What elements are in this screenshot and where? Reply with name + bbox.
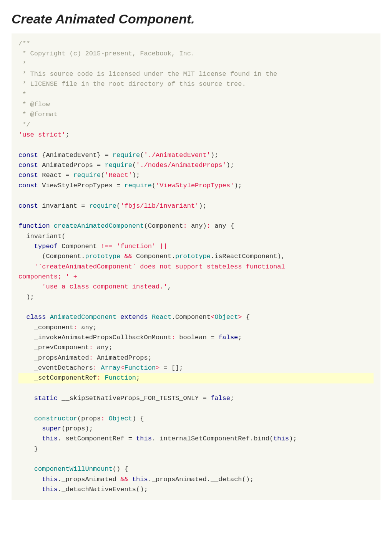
const-kw: const [18,152,38,159]
detach-native-call: ._detachNativeEvents [58,486,136,493]
this-kw: this [42,435,58,442]
static-field: __skipSetNativeProps_FOR_TESTS_ONLY [61,395,199,402]
comment-line: * This source code is licensed under the… [18,70,277,78]
require-path: './AnimatedEvent' [144,152,210,159]
type-any: any [81,324,93,331]
require-path: './nodes/AnimatedProps' [136,162,226,169]
empty-array: [] [171,364,179,372]
is-react-component: .isReactComponent), [211,253,285,260]
require-call: require [73,172,101,179]
field-invoke: _invokeAnimatedPropsCallbackOnMount [34,334,171,341]
colon: : [101,415,105,422]
comment-line: * @flow [18,101,50,108]
require-call: require [89,202,116,210]
this-kw: this [132,476,148,483]
op-and: && [124,253,132,260]
super-kw: super [42,425,61,432]
const-kw: const [18,182,38,189]
var-name: React [42,172,61,179]
false-literal: false [211,395,230,402]
return-type: any [214,222,226,230]
bind-call: .bind [250,435,269,442]
field-event-detachers: _eventDetachers [34,364,93,372]
lt: < [120,364,124,372]
props-animated-prop: ._propsAnimated [148,476,207,483]
require-path: 'React' [105,172,132,179]
props-arg: props [65,425,85,432]
error-string-2: 'use a class component instead.' [42,283,167,290]
colon: : [171,334,175,341]
comment-line: * Copyright (c) 2015-present, Facebook, … [18,50,195,57]
param-name: Component [148,222,183,230]
field-component: _component [34,324,73,331]
colon: : [97,374,101,382]
comment-line: */ [18,121,30,128]
unmount-method: componentWillUnmount [34,465,113,473]
field-prev: _prevComponent [34,344,89,351]
var-name: {AnimatedEvent} [42,152,101,159]
react-type: React [152,313,171,321]
constructor-kw: constructor [34,415,77,422]
typeof-kw: typeof [34,243,58,250]
this-kw: this [273,435,289,442]
require-path: 'ViewStylePropTypes' [156,182,234,189]
colon: : [89,354,93,362]
type-object: Object [109,415,132,422]
colon: : [93,364,97,372]
error-string-1b: components; ' [18,273,70,280]
false-literal: false [218,334,238,341]
comment-line: * [18,91,26,98]
colon: : [89,344,93,351]
type-animated-props: AnimatedProps [97,354,148,362]
this-kw: this [42,486,58,493]
const-kw: const [18,202,38,210]
comment-line: * [18,60,26,68]
error-string-1a: '`createAnimatedComponent` does not supp… [34,263,285,270]
type-function: Function [105,374,136,382]
require-call: require [124,182,151,189]
use-strict: 'use strict' [18,131,65,138]
extends-kw: extends [120,313,148,321]
this-kw: this [136,435,152,442]
component-prop: .Component [171,313,211,321]
var-name: invariant [42,202,77,210]
lt: < [211,313,214,321]
comment-line: /** [18,40,30,47]
var-name: AnimatedProps [42,162,93,169]
invariant-call: invariant [26,233,61,240]
type-any: any [191,222,203,230]
colon: : [73,324,77,331]
comment-line: * LICENSE file in the root directory of … [18,80,246,88]
require-call: require [105,162,132,169]
type-function: Function [124,364,156,372]
gt: > [156,364,159,372]
this-kw: this [42,476,58,483]
string-function: 'function' [116,243,156,250]
internal-ref-prop: ._internalSetComponentRef [152,435,250,442]
page-title: Create Animated Component. [12,12,380,27]
detach-call: .__detach [207,476,242,483]
op-ne: !== [101,243,113,250]
type-any: any [97,344,109,351]
colon: : [207,222,211,230]
const-kw: const [18,172,38,179]
class-name: AnimatedComponent [50,313,116,321]
highlight-line: _setComponentRef: Function; [18,373,374,383]
field-set-component-ref: _setComponentRef [34,374,97,382]
colon: : [183,222,187,230]
comment-line: * @format [18,111,58,118]
require-path: 'fbjs/lib/invariant' [120,202,199,210]
function-kw: function [18,222,50,230]
prototype-prop: prototype [85,253,120,260]
op-and: && [120,476,128,483]
const-kw: const [18,162,38,169]
code-block: /** * Copyright (c) 2015-present, Facebo… [12,33,380,500]
require-call: require [113,152,140,159]
type-boolean: boolean [179,334,206,341]
eq: = [203,395,207,402]
op-or: || [159,243,167,250]
object-type: Object [214,313,238,321]
set-ref-prop: ._setComponentRef [58,435,124,442]
function-name: createAnimatedComponent [54,222,144,230]
op-plus: + [73,273,77,280]
